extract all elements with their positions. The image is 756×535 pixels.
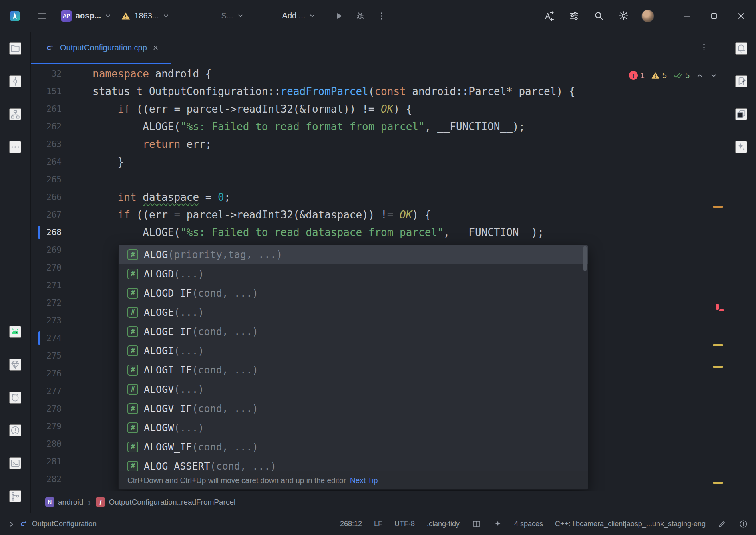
code-line[interactable]: 268 ALOGE("%s: Failed to read dataspace … [31,224,726,241]
code-line[interactable]: 32namespace android { [31,65,726,83]
running-devices-icon[interactable] [735,75,747,87]
gutter[interactable]: 274 [31,329,92,347]
chevron-up-icon[interactable] [696,72,704,79]
line-number[interactable]: 271 [31,281,62,290]
commit-icon[interactable] [9,75,21,87]
line-number[interactable]: 263 [31,139,62,149]
completion-item[interactable]: #ALOGW_IF(cond, ...) [119,437,588,456]
cpp-resolve-context[interactable]: C++: libcamera_client|aosp_...unk_stagin… [555,520,706,528]
line-number[interactable]: 280 [31,439,62,449]
code-line[interactable]: 262 ALOGE("%s: Failed to read format fro… [31,118,726,135]
caret-position[interactable]: 268:12 [340,520,362,528]
completion-item[interactable]: #ALOGD(...) [119,264,588,283]
gutter[interactable]: 278 [31,400,92,418]
line-number[interactable]: 282 [31,474,62,484]
hierarchy-icon[interactable] [9,108,21,120]
gutter[interactable]: 273 [31,312,92,329]
line-number[interactable]: 267 [31,210,62,220]
popup-scrollbar[interactable] [583,246,587,271]
status-file-name[interactable]: OutputConfiguration [32,520,97,528]
line-number[interactable]: 281 [31,457,62,466]
chevron-down-icon[interactable] [710,72,718,79]
gem-icon[interactable] [9,359,21,371]
completion-item[interactable]: #ALOGE_IF(cond, ...) [119,322,588,341]
next-tip-link[interactable]: Next Tip [350,476,378,485]
scrollbar-mark[interactable] [713,344,723,346]
terminal-icon[interactable] [9,457,21,469]
gutter[interactable]: 280 [31,435,92,453]
git-branch-icon[interactable] [9,490,21,502]
line-number[interactable]: 269 [31,245,62,255]
completion-item[interactable]: #ALOG_ASSERT(cond, ...) [119,456,588,471]
minimize-button[interactable] [680,9,694,23]
search-icon[interactable] [592,9,605,23]
gutter[interactable]: 272 [31,294,92,312]
gutter[interactable]: 32 [31,65,92,83]
android-logcat-icon[interactable] [9,326,21,338]
gutter[interactable]: 279 [31,418,92,435]
line-number[interactable]: 32 [31,69,62,79]
completion-item[interactable]: #ALOGV(...) [119,380,588,399]
branch-selector[interactable]: 1863... [121,11,169,21]
scrollbar-mark[interactable] [716,304,719,310]
tab-options-kebab-icon[interactable] [699,42,709,54]
error-indicator-icon[interactable] [739,519,748,529]
maximize-button[interactable] [707,9,721,23]
code-line[interactable]: 266 int dataspace = 0; [31,188,726,206]
translate-icon[interactable] [542,9,556,23]
scrollbar-mark[interactable] [713,482,723,484]
code-line[interactable]: 151status_t OutputConfiguration::readFro… [31,83,726,100]
line-number[interactable]: 264 [31,157,62,167]
close-icon[interactable] [152,44,159,51]
completion-item[interactable]: #ALOGD_IF(cond, ...) [119,283,588,303]
code-line[interactable]: 264 } [31,153,726,171]
add-device-selector[interactable]: Add ... [282,11,316,20]
project-selector[interactable]: AP aosp... [61,10,111,22]
completion-item[interactable]: #ALOGI_IF(cond, ...) [119,360,588,380]
editor[interactable]: 32namespace android {151status_t OutputC… [31,64,726,491]
line-number[interactable]: 277 [31,386,62,396]
line-number[interactable]: 273 [31,316,62,325]
line-number[interactable]: 278 [31,404,62,414]
run-config-selector[interactable]: S... [221,11,244,20]
gutter[interactable]: 265 [31,171,92,188]
debug-icon[interactable] [353,9,367,23]
line-number[interactable]: 272 [31,298,62,308]
hamburger-menu-icon[interactable] [35,9,49,23]
line-number[interactable]: 262 [31,122,62,131]
line-number[interactable]: 261 [31,104,62,114]
scrollbar-mark[interactable] [713,206,723,208]
settings-gear-icon[interactable] [617,9,630,23]
run-icon[interactable] [332,9,346,23]
user-avatar[interactable] [641,10,654,22]
line-number[interactable]: 279 [31,422,62,431]
notifications-bell-icon[interactable] [735,42,747,55]
scrollbar-mark[interactable] [713,366,723,368]
tab-outputconfiguration-cpp[interactable]: C+ OutputConfiguration.cpp [31,32,171,64]
file-encoding[interactable]: UTF-8 [394,520,415,528]
gutter[interactable]: 270 [31,259,92,277]
gutter[interactable]: 275 [31,347,92,365]
gutter[interactable]: 262 [31,118,92,135]
line-number[interactable]: 275 [31,351,62,361]
breadcrumb-function[interactable]: f OutputConfiguration::readFromParcel [96,497,235,507]
gutter[interactable]: 271 [31,277,92,294]
more-actions-icon[interactable] [375,9,388,23]
inspections-widget[interactable]: !1 5 5 [629,68,718,83]
gutter[interactable]: 151 [31,83,92,100]
gutter[interactable]: 264 [31,153,92,171]
line-ending[interactable]: LF [374,520,382,528]
completion-item[interactable]: #ALOGV_IF(cond, ...) [119,399,588,418]
breadcrumb-namespace[interactable]: N android [45,497,83,507]
scrollbar-mark[interactable] [719,309,724,311]
code-line[interactable]: 263 return err; [31,135,726,153]
line-number[interactable]: 151 [31,87,62,96]
gutter[interactable]: 269 [31,241,92,259]
sliders-icon[interactable] [567,9,581,23]
layers-icon[interactable] [735,108,747,120]
code-line[interactable]: 267 if ((err = parcel->readInt32(&datasp… [31,206,726,224]
chevron-right-icon[interactable] [8,521,15,528]
completion-item[interactable]: #ALOGE(...) [119,303,588,322]
cat-icon[interactable] [9,392,21,404]
sparkle-icon[interactable] [735,141,747,153]
